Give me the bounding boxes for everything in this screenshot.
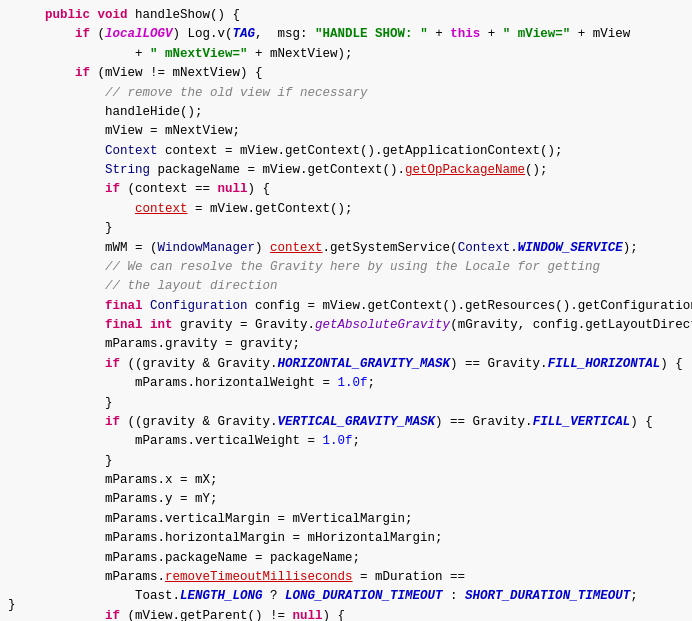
code-line: } [30, 219, 684, 238]
code-line: if (localLOGV) Log.v(TAG, msg: "HANDLE S… [30, 25, 684, 44]
code-line: mParams.y = mY; [30, 490, 684, 509]
code-line: if (mView.getParent() != null) { [30, 607, 684, 621]
code-line: final int gravity = Gravity.getAbsoluteG… [30, 316, 684, 335]
code-line: context = mView.getContext(); [30, 200, 684, 219]
code-line: // remove the old view if necessary [30, 84, 684, 103]
code-line: handleHide(); [30, 103, 684, 122]
code-container: public void handleShow() { if (localLOGV… [0, 0, 692, 621]
code-line: // the layout direction [30, 277, 684, 296]
code-line: if (context == null) { [30, 180, 684, 199]
code-line: mParams.horizontalMargin = mHorizontalMa… [30, 529, 684, 548]
code-line: mParams.removeTimeoutMilliseconds = mDur… [30, 568, 684, 587]
code-line: mParams.gravity = gravity; [30, 335, 684, 354]
code-line: mParams.x = mX; [30, 471, 684, 490]
code-line: } [30, 452, 684, 471]
code-line: mParams.verticalWeight = 1.0f; [30, 432, 684, 451]
code-line: if ((gravity & Gravity.HORIZONTAL_GRAVIT… [30, 355, 684, 374]
code-line: final Configuration config = mView.getCo… [30, 297, 684, 316]
code-line: Toast.LENGTH_LONG ? LONG_DURATION_TIMEOU… [30, 587, 684, 606]
code-line: mView = mNextView; [30, 122, 684, 141]
code-line: } [30, 394, 684, 413]
code-line: if (mView != mNextView) { [30, 64, 684, 83]
code-line: mParams.packageName = packageName; [30, 549, 684, 568]
code-line: mWM = (WindowManager) context.getSystemS… [30, 239, 684, 258]
code-line: // We can resolve the Gravity here by us… [30, 258, 684, 277]
code-line: + " mNextView=" + mNextView); [30, 45, 684, 64]
code-line: Context context = mView.getContext().get… [30, 142, 684, 161]
closing-brace: } [8, 596, 16, 615]
code-line: mParams.verticalMargin = mVerticalMargin… [30, 510, 684, 529]
code-line: if ((gravity & Gravity.VERTICAL_GRAVITY_… [30, 413, 684, 432]
code-line: public void handleShow() { [30, 6, 684, 25]
code-line: String packageName = mView.getContext().… [30, 161, 684, 180]
code-line: mParams.horizontalWeight = 1.0f; [30, 374, 684, 393]
